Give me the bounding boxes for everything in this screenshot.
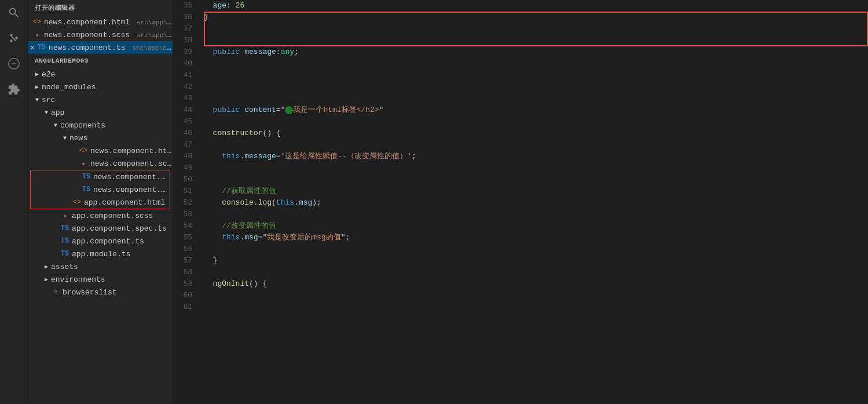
line-content[interactable]: constructor() {: [202, 128, 868, 139]
line-content[interactable]: public content="●我是一个html标签</h2>": [202, 104, 868, 116]
line-number: 49: [173, 162, 202, 174]
line-content[interactable]: public message:any;: [202, 46, 868, 58]
file-app-component-scss-label: app.component.scss: [72, 212, 173, 220]
file-app-component-html[interactable]: <> app.component.html: [31, 196, 170, 209]
open-editor-scss[interactable]: ✦ news.component.scss src\app\com...: [28, 28, 173, 41]
ts-file-icon: TS: [60, 250, 69, 258]
table-row: 53: [173, 209, 868, 220]
file-news-component-spec-ts[interactable]: TS news.component.spec.ts: [31, 170, 170, 183]
file-app-component-spec-ts[interactable]: TS app.component.spec.ts: [28, 222, 173, 235]
line-content[interactable]: [202, 162, 868, 174]
line-content[interactable]: age: 26: [202, 0, 868, 12]
open-editor-scss-label: news.component.scss src\app\com...: [44, 31, 173, 39]
line-number: 48: [173, 151, 202, 162]
search-icon[interactable]: [6, 5, 22, 21]
line-content[interactable]: //改变属性的值: [202, 220, 868, 232]
extensions-icon[interactable]: [6, 81, 22, 97]
open-editor-ts[interactable]: ✕ TS news.component.ts src\app\com...: [28, 41, 173, 54]
file-news-component-html[interactable]: <> news.component.html: [28, 144, 173, 157]
folder-node-modules-label: node_modules: [42, 83, 173, 92]
folder-assets[interactable]: ▶ assets: [28, 260, 173, 273]
line-content[interactable]: console.log(this.msg);: [202, 197, 868, 209]
line-content[interactable]: }: [202, 255, 868, 267]
line-number: 52: [173, 197, 202, 209]
close-tab-icon[interactable]: ✕: [30, 43, 35, 52]
file-app-component-ts[interactable]: TS app.component.ts: [28, 235, 173, 248]
ts-file-icon: TS: [60, 237, 69, 245]
html-file-icon: <>: [72, 198, 82, 206]
source-control-icon[interactable]: [6, 30, 22, 46]
folder-app[interactable]: ▼ app: [28, 106, 173, 119]
folder-news[interactable]: ▼ news: [28, 132, 173, 144]
file-icon: ≡: [51, 288, 60, 296]
line-number: 39: [173, 46, 202, 58]
folder-e2e[interactable]: ▶ e2e: [28, 68, 173, 81]
line-content[interactable]: this.msg="我是改变后的msg的值";: [202, 232, 868, 243]
line-content[interactable]: this.message='这是给属性赋值--（改变属性的值）';: [202, 151, 868, 162]
file-news-component-spec-ts-label: news.component.spec.ts: [93, 173, 170, 181]
debug-icon[interactable]: [6, 56, 22, 72]
folder-environments[interactable]: ▶ environments: [28, 273, 173, 286]
line-content[interactable]: [202, 301, 868, 313]
table-row: 61: [173, 301, 868, 313]
line-content[interactable]: }: [202, 12, 868, 23]
line-content[interactable]: [202, 70, 868, 81]
file-news-component-ts[interactable]: TS news.component.ts: [31, 183, 170, 196]
chevron-down-icon: ▼: [32, 97, 42, 103]
line-content[interactable]: [202, 93, 868, 104]
line-number: 53: [173, 209, 202, 220]
table-row: 52 console.log(this.msg);: [173, 197, 868, 209]
editor-area: 35 age: 26 36 } 37 38: [173, 0, 868, 404]
file-browserslist[interactable]: ≡ browserslist: [28, 286, 173, 299]
table-row: 54 //改变属性的值: [173, 220, 868, 232]
line-content[interactable]: [202, 174, 868, 185]
line-content[interactable]: ngOnInit() {: [202, 278, 868, 290]
folder-components-label: components: [60, 121, 173, 130]
line-content[interactable]: [202, 139, 868, 151]
file-app-component-scss[interactable]: ✦ app.component.scss: [28, 209, 173, 222]
chevron-right-icon: ▶: [32, 83, 42, 90]
ts-file-icon: TS: [82, 173, 91, 181]
file-news-component-scss[interactable]: ✦ news.component.scss: [28, 157, 173, 170]
ts-file-icon: TS: [60, 224, 69, 232]
open-editor-html[interactable]: <> news.component.html src\app\com...: [28, 16, 173, 28]
table-row: 37: [173, 23, 868, 35]
line-number: 58: [173, 267, 202, 278]
file-app-component-ts-label: app.component.ts: [72, 237, 173, 246]
line-content[interactable]: [202, 243, 868, 255]
line-content[interactable]: [202, 267, 868, 278]
line-number: 47: [173, 139, 202, 151]
line-number: 61: [173, 301, 202, 313]
open-editor-html-label: news.component.html src\app\com...: [44, 18, 173, 27]
line-content[interactable]: [202, 209, 868, 220]
line-number: 56: [173, 243, 202, 255]
sidebar-red-box: TS news.component.spec.ts TS news.compon…: [30, 170, 170, 209]
folder-node-modules[interactable]: ▶ node_modules: [28, 81, 173, 93]
folder-e2e-label: e2e: [42, 70, 173, 79]
line-content[interactable]: [202, 23, 868, 35]
line-content[interactable]: [202, 290, 868, 301]
ts-file-icon: TS: [82, 185, 91, 194]
line-content[interactable]: [202, 35, 868, 46]
line-number: 36: [173, 12, 202, 23]
explorer-title: ANGULARDEMO03: [28, 54, 173, 68]
table-row: 46 constructor() {: [173, 128, 868, 139]
folder-components[interactable]: ▼ components: [28, 119, 173, 132]
file-news-component-scss-label: news.component.scss: [90, 159, 173, 168]
file-app-module-ts[interactable]: TS app.module.ts: [28, 248, 173, 260]
table-row: 39 public message:any;: [173, 46, 868, 58]
line-content[interactable]: [202, 81, 868, 93]
line-number: 46: [173, 128, 202, 139]
open-editors-title: 打开的编辑器: [28, 0, 173, 16]
table-row: 50: [173, 174, 868, 185]
file-news-component-ts-label: news.component.ts: [93, 185, 170, 194]
folder-src[interactable]: ▼ src: [28, 93, 173, 106]
line-content[interactable]: //获取属性的值: [202, 185, 868, 197]
chevron-down-icon: ▼: [42, 110, 51, 116]
line-number: 55: [173, 232, 202, 243]
line-content[interactable]: [202, 58, 868, 70]
line-number: 50: [173, 174, 202, 185]
line-content[interactable]: [202, 116, 868, 128]
chevron-right-icon: ▶: [42, 263, 51, 270]
code-editor[interactable]: 35 age: 26 36 } 37 38: [173, 0, 868, 404]
